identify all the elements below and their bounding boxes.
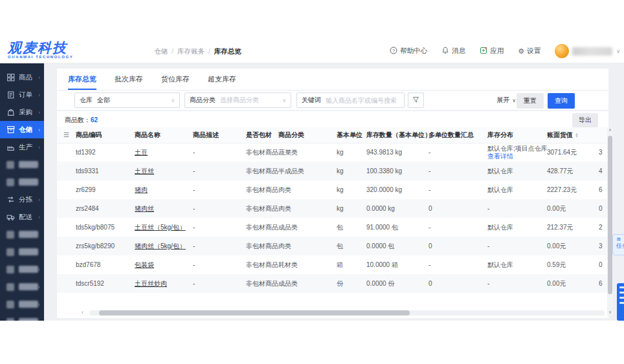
cell-pack: 非包材商品	[246, 255, 278, 274]
cell-unit: kg	[337, 180, 366, 199]
sidebar-item-redacted[interactable]	[0, 156, 44, 173]
reset-button[interactable]: 重置	[517, 93, 544, 109]
view-detail-link[interactable]: 查看详情	[487, 153, 513, 160]
horizontal-scrollbar[interactable]: ‹ ›	[89, 310, 605, 316]
topbar-actions: ? 帮助中心 消息 应用 ⚙ 设置 ∨	[390, 39, 620, 63]
keyword-input[interactable]	[326, 97, 399, 104]
inventory-table-wrap: ☰ 商品编码 商品名称 商品描述 是否包材 商品分类 基本单位 库存数量（基本单…	[57, 127, 608, 297]
product-name-link[interactable]: 土豆	[135, 149, 148, 156]
apps-button[interactable]: 应用	[480, 47, 504, 56]
chevron-right-icon: ›	[38, 109, 40, 116]
inventory-table: ☰ 商品编码 商品名称 商品描述 是否包材 商品分类 基本单位 库存数量（基本单…	[57, 127, 608, 297]
product-name-link[interactable]: 土豆丝（5kg/包）	[135, 224, 186, 231]
cell-category: 耗材类	[278, 255, 337, 274]
sidebar-item-warehouse[interactable]: 仓储›	[0, 121, 44, 138]
messages-button[interactable]: 消息	[441, 47, 465, 56]
cell-name: 土豆	[135, 143, 193, 162]
product-name-link[interactable]: 猪肉	[135, 186, 148, 193]
col-distribution: 库存分布	[487, 127, 547, 143]
tab-0[interactable]: 库存总览	[68, 69, 96, 90]
cell-name: 土豆丝（5kg/包）	[135, 218, 193, 237]
product-name-link[interactable]: 土豆丝	[135, 167, 154, 175]
scroll-up-icon[interactable]: ∧	[607, 127, 613, 133]
sidebar-item-redacted[interactable]: ›	[0, 278, 44, 295]
scroll-down-icon[interactable]: ∨	[607, 310, 613, 315]
cell-pack: 非包材商品	[246, 218, 278, 237]
export-button[interactable]: 导出	[572, 113, 598, 127]
chevron-down-icon[interactable]: ∨	[616, 48, 620, 54]
vertical-scroll-thumb[interactable]	[608, 136, 612, 294]
redacted-label	[19, 161, 38, 168]
col-qty: 库存数量（基本单位）▲▼	[366, 127, 429, 143]
product-count: 商品数：62	[65, 116, 98, 125]
sidebar-item-label: 仓储	[19, 125, 32, 134]
app-window: 观麦科技 GUANMAI TECHNOLOGY 仓储/库存账务/库存总览 ? 帮…	[0, 0, 624, 364]
sidebar-item-orders[interactable]: 订单›	[0, 86, 44, 103]
sidebar-item-redacted[interactable]: ›	[0, 295, 44, 313]
horizontal-scroll-thumb[interactable]	[99, 310, 410, 316]
cell-desc: -	[193, 237, 246, 255]
sidebar-item-label: 生产	[19, 143, 32, 152]
cell-unit: kg	[337, 143, 366, 162]
redacted-icon	[6, 161, 14, 169]
redacted-label	[19, 248, 38, 255]
cell-unit: 箱	[337, 255, 366, 274]
tab-2[interactable]: 货位库存	[161, 69, 190, 90]
scroll-left-icon[interactable]: ‹	[82, 309, 84, 316]
warehouse-icon	[6, 125, 15, 134]
cell-qty: 943.9813 kg	[366, 143, 429, 162]
vertical-scrollbar[interactable]: ∧ ∨	[607, 127, 613, 315]
cell-unit: kg	[337, 199, 366, 218]
table-row: tdscr5192土豆丝炒肉-非包材商品成品类份0.0000 份0-0.00元6	[57, 274, 608, 293]
sidebar-item-delivery[interactable]: 配送›	[0, 208, 44, 226]
cell-handle	[57, 162, 76, 180]
cell-handle	[57, 218, 76, 237]
breadcrumb-level2[interactable]: 库存账务	[177, 47, 205, 55]
product-name-link[interactable]: 猪肉丝	[135, 205, 154, 212]
category-select[interactable]: 商品分类 选择商品分类 ∨	[184, 92, 291, 108]
warehouse-select[interactable]: 仓库 全部 ∨	[74, 92, 180, 108]
task-float-button[interactable]: ≋ 任务	[612, 234, 624, 255]
sidebar-item-redacted[interactable]	[0, 313, 44, 321]
col-pack: 是否包材	[246, 127, 278, 143]
redacted-icon	[6, 231, 14, 239]
sidebar-item-label: 分拣	[19, 195, 32, 204]
expand-filters-link[interactable]: 展开∨	[496, 96, 516, 105]
sidebar-item-redacted[interactable]: ›	[0, 261, 44, 278]
breadcrumb-level1[interactable]: 仓储	[154, 47, 168, 55]
advanced-filter-button[interactable]	[408, 92, 424, 108]
sidebar-item-goods[interactable]: 商品›	[0, 69, 44, 86]
sidebar-item-redacted[interactable]	[0, 173, 44, 191]
sidebar-nav: 商品›订单›采购›仓储›生产›分拣›配送››››	[0, 63, 44, 321]
tab-3[interactable]: 超支库存	[208, 69, 236, 90]
sidebar-item-purchase[interactable]: 采购›	[0, 103, 44, 121]
cell-pack: 非包材商品	[246, 274, 278, 293]
cell-qty: 0.0000 包	[366, 237, 429, 255]
sidebar-item-redacted[interactable]	[0, 226, 44, 243]
cell-pack: 非包材商品	[246, 143, 278, 162]
sidebar-item-sorting[interactable]: 分拣›	[0, 191, 44, 208]
side-panel-tab[interactable]	[617, 283, 624, 321]
sidebar-item-production[interactable]: 生产›	[0, 138, 44, 156]
tab-bar: 库存总览批次库存货位库存超支库存	[57, 69, 608, 91]
table-row: tds9331土豆丝-非包材商品半成品类kg100.3380 kg-默认仓库42…	[57, 162, 608, 180]
product-name-link[interactable]: 包装袋	[135, 261, 154, 268]
product-name-link[interactable]: 猪肉丝（5kg/包）	[135, 242, 186, 250]
user-avatar[interactable]	[555, 44, 569, 58]
settings-button[interactable]: ⚙ 设置	[518, 47, 540, 56]
cell-multi: -	[429, 255, 487, 274]
category-select-placeholder: 选择商品分类	[220, 96, 280, 105]
cell-qty: 100.3380 kg	[366, 162, 429, 180]
query-button[interactable]: 查询	[548, 93, 575, 109]
sort-value-icon[interactable]: ▲▼	[575, 133, 579, 138]
sidebar-item-redacted[interactable]	[0, 243, 44, 261]
question-circle-icon: ?	[390, 47, 400, 56]
product-name-link[interactable]: 土豆丝炒肉	[135, 280, 167, 287]
column-settings-icon[interactable]: ☰	[57, 131, 69, 138]
chevron-down-icon: ∨	[171, 98, 175, 103]
cell-unit: kg	[337, 162, 366, 180]
help-center-button[interactable]: ? 帮助中心	[390, 47, 427, 56]
tab-1[interactable]: 批次库存	[115, 69, 143, 90]
filter-panel: 库存总览批次库存货位库存超支库存 仓库 全部 ∨ 商品分类 选择商品分类 ∨ 关…	[57, 69, 608, 110]
table-row: tds5kg/b8075土豆丝（5kg/包）-非包材商品成品类包91.0000 …	[57, 218, 608, 237]
